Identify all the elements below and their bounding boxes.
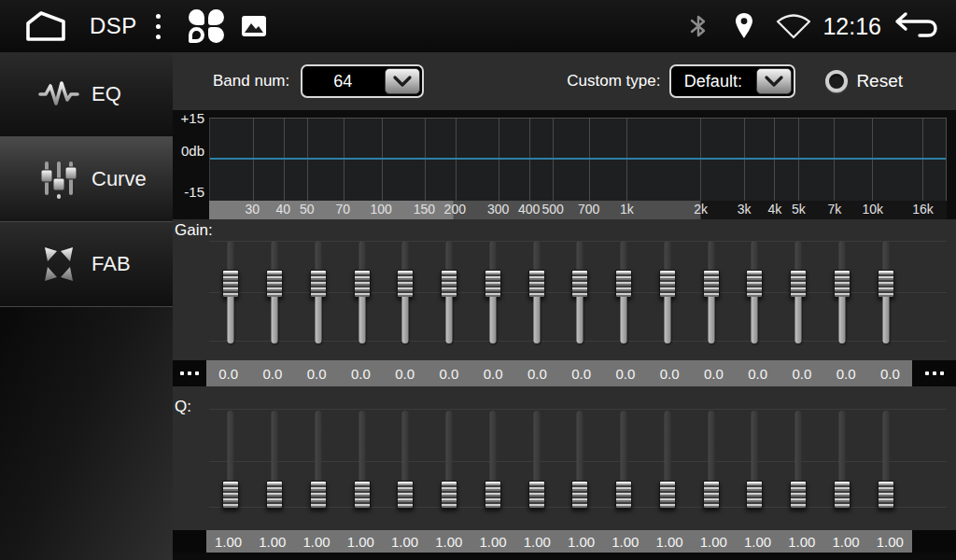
gain-slider[interactable] xyxy=(777,235,821,355)
slider-handle[interactable] xyxy=(571,481,588,509)
grid-line xyxy=(529,119,530,201)
gain-slider[interactable] xyxy=(821,235,865,355)
q-slider[interactable] xyxy=(209,405,253,523)
grid-line xyxy=(425,119,426,201)
gain-scroll-left-button[interactable] xyxy=(173,360,206,386)
slider-handle[interactable] xyxy=(659,270,676,298)
gain-value: 0.0 xyxy=(515,366,559,382)
sidebar-item-eq[interactable]: EQ xyxy=(0,52,173,137)
gain-value: 0.0 xyxy=(868,366,912,382)
slider-handle[interactable] xyxy=(878,481,894,509)
q-slider[interactable] xyxy=(689,405,733,523)
gain-slider[interactable] xyxy=(514,235,558,355)
slider-handle[interactable] xyxy=(615,270,632,298)
y-axis-label-zero: 0db xyxy=(181,143,204,159)
slider-handle[interactable] xyxy=(222,481,239,509)
curve-plot-area[interactable] xyxy=(209,118,947,201)
slider-handle[interactable] xyxy=(310,270,327,298)
gain-value: 0.0 xyxy=(206,366,250,382)
slider-handle[interactable] xyxy=(834,481,851,509)
slider-handle[interactable] xyxy=(397,270,414,298)
slider-track-lower xyxy=(228,297,234,343)
slider-handle[interactable] xyxy=(397,481,414,509)
slider-handle[interactable] xyxy=(485,270,501,298)
gain-scroll-right-button[interactable] xyxy=(912,360,956,386)
q-slider[interactable] xyxy=(602,405,646,523)
location-icon xyxy=(733,12,755,40)
slider-handle[interactable] xyxy=(354,481,371,509)
gain-slider[interactable] xyxy=(428,235,471,355)
slider-handle[interactable] xyxy=(659,481,676,509)
custom-type-select[interactable]: Default: xyxy=(669,64,795,98)
q-slider[interactable] xyxy=(340,405,384,523)
home-icon[interactable] xyxy=(24,9,67,43)
frequency-tick: 400 xyxy=(518,202,540,217)
slider-track-lower xyxy=(533,297,540,343)
slider-track-lower xyxy=(489,297,496,343)
q-slider[interactable] xyxy=(514,405,558,523)
slider-track-upper xyxy=(882,411,889,485)
band-num-select[interactable]: 64 xyxy=(301,64,424,98)
gain-slider[interactable] xyxy=(253,235,297,355)
gain-slider[interactable] xyxy=(689,235,733,355)
sidebar-item-curve[interactable]: Curve xyxy=(0,137,173,222)
q-slider[interactable] xyxy=(646,405,690,523)
gain-values: 0.00.00.00.00.00.00.00.00.00.00.00.00.00… xyxy=(206,360,912,386)
back-button[interactable] xyxy=(893,10,939,42)
slider-handle[interactable] xyxy=(441,270,457,298)
slider-handle[interactable] xyxy=(746,481,763,509)
gallery-icon[interactable] xyxy=(241,15,267,37)
slider-handle[interactable] xyxy=(485,481,501,509)
slider-handle[interactable] xyxy=(571,270,588,298)
slider-handle[interactable] xyxy=(266,270,283,298)
reset-radio[interactable] xyxy=(825,70,848,92)
q-slider[interactable] xyxy=(471,405,515,523)
slider-handle[interactable] xyxy=(790,481,807,509)
slider-handle[interactable] xyxy=(222,270,239,298)
gain-slider[interactable] xyxy=(733,235,777,355)
slider-handle[interactable] xyxy=(878,270,894,298)
q-slider[interactable] xyxy=(733,405,777,523)
gain-slider[interactable] xyxy=(646,235,690,355)
sidebar-item-fab[interactable]: FAB xyxy=(0,222,173,307)
gain-slider[interactable] xyxy=(602,235,646,355)
q-slider[interactable] xyxy=(777,405,821,523)
q-value: 1.00 xyxy=(515,534,559,550)
slider-handle[interactable] xyxy=(528,481,545,509)
gain-slider[interactable] xyxy=(471,235,515,355)
q-slider[interactable] xyxy=(297,405,341,523)
gain-slider[interactable] xyxy=(209,235,253,355)
q-values: 1.001.001.001.001.001.001.001.001.001.00… xyxy=(206,530,912,553)
y-axis: +15 0db -15 xyxy=(173,110,209,219)
q-slider[interactable] xyxy=(384,405,428,523)
apps-grid-icon[interactable] xyxy=(189,8,224,44)
slider-track-upper xyxy=(533,411,540,485)
gain-slider[interactable] xyxy=(340,235,384,355)
gain-slider[interactable] xyxy=(864,235,907,355)
slider-handle[interactable] xyxy=(703,270,720,298)
chevron-down-icon[interactable] xyxy=(756,68,792,94)
q-slider[interactable] xyxy=(253,405,297,523)
slider-handle[interactable] xyxy=(354,270,371,298)
q-slider[interactable] xyxy=(821,405,865,523)
slider-handle[interactable] xyxy=(528,270,545,298)
gain-slider[interactable] xyxy=(558,235,602,355)
slider-handle[interactable] xyxy=(703,481,720,509)
slider-handle[interactable] xyxy=(834,270,851,298)
gain-slider[interactable] xyxy=(297,235,341,355)
slider-handle[interactable] xyxy=(790,270,807,298)
q-value: 1.00 xyxy=(559,534,603,550)
q-slider[interactable] xyxy=(558,405,602,523)
slider-handle[interactable] xyxy=(746,270,763,298)
y-axis-label-max: +15 xyxy=(181,110,204,126)
q-slider[interactable] xyxy=(864,405,907,523)
slider-handle[interactable] xyxy=(266,481,283,509)
slider-handle[interactable] xyxy=(310,481,327,509)
eq-curve-graph: +15 0db -15 3040507010015020030040050070… xyxy=(173,110,956,219)
slider-handle[interactable] xyxy=(615,481,632,509)
q-slider[interactable] xyxy=(428,405,471,523)
overflow-menu-icon[interactable] xyxy=(156,14,161,39)
slider-handle[interactable] xyxy=(441,481,457,509)
gain-slider[interactable] xyxy=(384,235,428,355)
chevron-down-icon[interactable] xyxy=(385,68,420,94)
